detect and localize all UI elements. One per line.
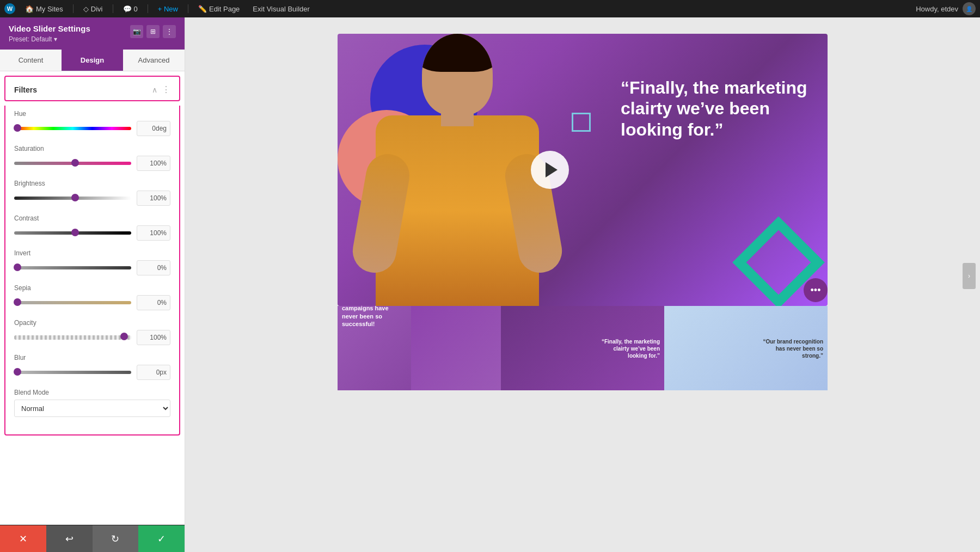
blur-control <box>14 365 170 380</box>
person-head <box>422 34 493 115</box>
undo-button[interactable]: ↩ <box>46 525 93 552</box>
invert-slider[interactable] <box>14 266 131 269</box>
save-button[interactable]: ✓ <box>138 525 185 552</box>
dots-button[interactable]: ••• <box>804 278 828 302</box>
blend-mode-select[interactable]: Normal Multiply Screen Overlay Darken Li… <box>14 400 170 417</box>
sepia-thumb[interactable] <box>14 298 21 306</box>
edit-icon: ✏️ <box>198 5 207 13</box>
brightness-label: Brightness <box>14 180 170 187</box>
opacity-thumb[interactable] <box>120 333 128 340</box>
opacity-slider[interactable] <box>14 335 131 340</box>
tab-design[interactable]: Design <box>62 50 123 71</box>
layout-icon-btn[interactable]: ⊞ <box>146 25 160 38</box>
brightness-slider[interactable] <box>14 197 131 200</box>
my-sites-icon: 🏠 <box>25 5 34 13</box>
saturation-input[interactable] <box>137 156 170 171</box>
comments-link[interactable]: 💬 0 <box>120 4 141 14</box>
hue-input[interactable] <box>137 121 170 136</box>
sepia-filter: Sepia <box>14 284 170 310</box>
filters-title: Filters <box>14 85 37 94</box>
contrast-input[interactable] <box>137 225 170 241</box>
brightness-filter: Brightness <box>14 180 170 206</box>
invert-thumb[interactable] <box>14 263 21 271</box>
edit-page-link[interactable]: ✏️ Edit Page <box>195 4 243 14</box>
sepia-input[interactable] <box>137 295 170 310</box>
section-icons: ∧ ⋮ <box>152 84 170 95</box>
divi-link[interactable]: ◇ Divi <box>80 4 106 14</box>
content-area: “Finally, the marketing clairty we’ve be… <box>185 17 980 552</box>
more-icon-btn[interactable]: ⋮ <box>163 25 176 38</box>
opacity-filter: Opacity <box>14 319 170 345</box>
video-slider-main[interactable]: “Finally, the marketing clairty we’ve be… <box>338 34 828 306</box>
left-panel: Video Slider Settings Preset: Default ▾ … <box>0 17 185 552</box>
brightness-input[interactable] <box>137 191 170 206</box>
opacity-control <box>14 330 170 345</box>
main-layout: Video Slider Settings Preset: Default ▾ … <box>0 17 980 552</box>
my-sites-link[interactable]: 🏠 My Sites <box>22 4 66 14</box>
sepia-label: Sepia <box>14 284 170 292</box>
sepia-control <box>14 295 170 310</box>
preset-chevron-icon: ▾ <box>54 35 57 43</box>
panel-preset[interactable]: Preset: Default ▾ <box>9 35 90 43</box>
hue-filter: Hue <box>14 110 170 136</box>
thumb-1-text: Our email campaigns have never been so s… <box>342 306 394 328</box>
blur-slider[interactable] <box>14 371 131 374</box>
saturation-filter: Saturation <box>14 145 170 171</box>
avatar[interactable]: 👤 <box>963 2 976 15</box>
blur-input[interactable] <box>137 365 170 380</box>
brightness-control <box>14 191 170 206</box>
thumbnail-2[interactable]: “Finally, the marketing clairty we’ve be… <box>501 306 664 390</box>
saturation-thumb[interactable] <box>71 159 79 167</box>
hue-slider[interactable] <box>14 127 131 130</box>
wp-icon[interactable]: W <box>4 3 15 14</box>
invert-filter: Invert <box>14 249 170 275</box>
blend-mode-filter: Blend Mode Normal Multiply Screen Overla… <box>14 389 170 417</box>
panel-header: Video Slider Settings Preset: Default ▾ … <box>0 17 185 50</box>
content-wrapper: “Finally, the marketing clairty we’ve be… <box>338 34 828 399</box>
saturation-slider[interactable] <box>14 162 131 165</box>
saturation-control <box>14 156 170 171</box>
thumbnail-row: Our email campaigns have never been so s… <box>338 306 828 390</box>
thumbnail-1[interactable]: Our email campaigns have never been so s… <box>338 306 501 390</box>
play-icon <box>546 162 558 177</box>
blur-thumb[interactable] <box>14 368 21 376</box>
comments-icon: 💬 <box>123 5 132 13</box>
contrast-filter: Contrast <box>14 214 170 241</box>
new-link[interactable]: + New <box>155 4 181 14</box>
opacity-label: Opacity <box>14 319 170 327</box>
contrast-slider[interactable] <box>14 231 131 235</box>
redo-button[interactable]: ↻ <box>93 525 139 552</box>
filters-section-header: Filters ∧ ⋮ <box>4 76 180 101</box>
opacity-input[interactable] <box>137 330 170 345</box>
tab-content[interactable]: Content <box>0 50 62 71</box>
divider2 <box>113 4 113 13</box>
sepia-slider[interactable] <box>14 301 131 304</box>
person-hair <box>422 34 493 72</box>
scroll-arrow-right[interactable]: › <box>963 263 976 289</box>
thumb-3-text: “Our brand recognition has never been so… <box>758 338 823 359</box>
panel-title: Video Slider Settings <box>9 24 90 33</box>
hue-thumb[interactable] <box>14 124 21 132</box>
brightness-thumb[interactable] <box>71 194 79 201</box>
hue-label: Hue <box>14 110 170 118</box>
blur-filter: Blur <box>14 354 170 380</box>
invert-control <box>14 260 170 275</box>
action-bar: ✕ ↩ ↻ ✓ <box>0 525 185 552</box>
contrast-thumb[interactable] <box>71 229 79 236</box>
hue-control <box>14 121 170 136</box>
contrast-control <box>14 225 170 241</box>
exit-builder-link[interactable]: Exit Visual Builder <box>249 4 313 14</box>
camera-icon-btn[interactable]: 📷 <box>130 25 143 38</box>
panel-tabs: Content Design Advanced <box>0 50 185 71</box>
play-button[interactable] <box>531 151 569 189</box>
panel-body: Filters ∧ ⋮ Hue <box>0 71 185 525</box>
filter-options-icon[interactable]: ⋮ <box>162 84 170 95</box>
thumbnail-3[interactable]: “Our brand recognition has never been so… <box>664 306 828 390</box>
tab-advanced[interactable]: Advanced <box>123 50 185 71</box>
thumb-2-text: “Finally, the marketing clairty we’ve be… <box>600 338 660 359</box>
collapse-icon[interactable]: ∧ <box>152 85 157 94</box>
invert-input[interactable] <box>137 260 170 275</box>
cancel-button[interactable]: ✕ <box>0 525 46 552</box>
thumb-1-person-bg <box>411 306 501 390</box>
saturation-label: Saturation <box>14 145 170 152</box>
